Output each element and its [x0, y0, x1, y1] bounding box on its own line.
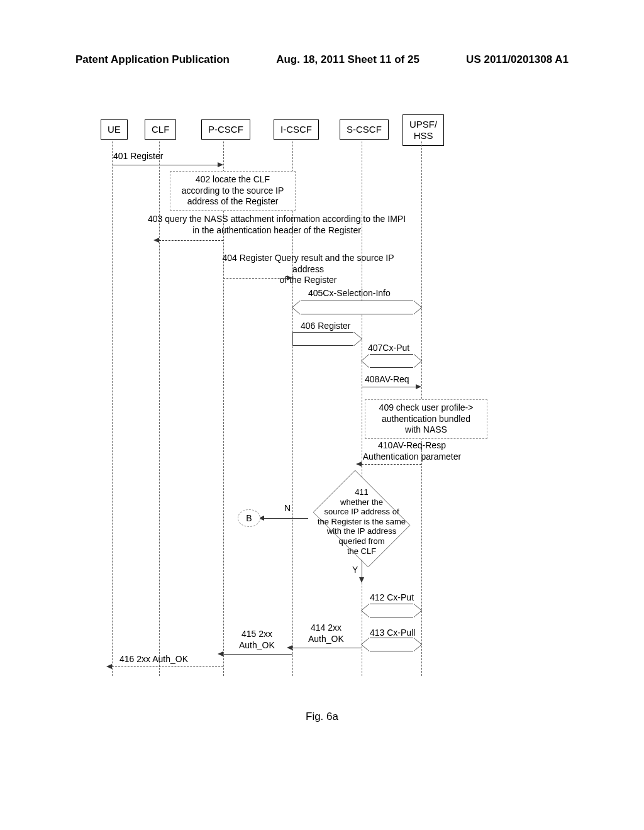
- header-center: Aug. 18, 2011 Sheet 11 of 25: [276, 53, 419, 66]
- msg-403: 403 query the NASS attachment informatio…: [126, 214, 428, 236]
- arrow-415: [223, 654, 292, 655]
- note-409: 409 check user profile-> authentication …: [365, 399, 487, 439]
- arrow-408: [362, 387, 416, 387]
- arrow-416: [112, 667, 223, 667]
- arrow-head-415: [218, 651, 223, 656]
- actor-upsf: UPSF/ HSS: [402, 114, 444, 146]
- actor-scscf: S-CSCF: [340, 119, 389, 140]
- msg-412: 412 Cx-Put: [370, 592, 414, 604]
- marker-y: Y: [352, 565, 358, 575]
- msg-413: 413 Cx-Pull: [370, 628, 415, 639]
- msg-407: 407Cx-Put: [368, 343, 409, 354]
- msg-414: 414 2xx Auth_OK: [308, 622, 344, 645]
- arrow-head-404: [287, 275, 292, 280]
- arrow-401: [112, 165, 218, 165]
- marker-n: N: [284, 503, 291, 513]
- hex-405: [292, 301, 421, 314]
- terminal-b: B: [238, 509, 260, 527]
- arrow-404: [223, 278, 292, 279]
- vline-y: [362, 560, 362, 578]
- actor-upsf-label: UPSF/ HSS: [409, 119, 437, 141]
- page-header: Patent Application Publication Aug. 18, …: [75, 53, 569, 66]
- arrow-head-y: [359, 577, 364, 583]
- header-left: Patent Application Publication: [75, 53, 230, 66]
- sequence-diagram: UE CLF P-CSCF I-CSCF S-CSCF UPSF/ HSS 40…: [101, 119, 553, 685]
- msg-416: 416 2xx Auth_OK: [119, 654, 188, 665]
- arrow-414: [292, 648, 362, 648]
- decision-411: 411 whether the source IP address of the…: [308, 478, 415, 560]
- actor-icscf: I-CSCF: [274, 119, 319, 140]
- msg-410: 410AV-Req-Resp Authentication parameter: [355, 440, 469, 462]
- note-402: 402 locate the CLF according to the sour…: [170, 171, 296, 211]
- msg-401: 401 Register: [113, 151, 163, 162]
- arrow-head-401: [218, 162, 223, 167]
- terminal-b-label: B: [246, 513, 252, 523]
- decision-411-text: 411 whether the source IP address of the…: [305, 487, 418, 556]
- msg-404: 404 Register Query result and the source…: [208, 253, 409, 286]
- msg-415: 415 2xx Auth_OK: [239, 629, 275, 651]
- arrow-n: [264, 518, 308, 519]
- msg-406: 406 Register: [301, 321, 350, 332]
- arrow-410: [362, 464, 421, 465]
- hex-406: [292, 332, 362, 346]
- arrow-head-410: [356, 462, 362, 467]
- actor-clf: CLF: [145, 119, 176, 140]
- arrow-head-408: [416, 384, 421, 389]
- actor-pcscf: P-CSCF: [201, 119, 250, 140]
- actor-ue: UE: [101, 119, 128, 140]
- arrow-403: [159, 240, 223, 241]
- arrow-head-403: [153, 238, 159, 243]
- arrow-head-416: [106, 664, 112, 669]
- msg-408: 408AV-Req: [365, 374, 409, 385]
- figure-caption: Fig. 6a: [0, 711, 644, 723]
- hex-413: [362, 638, 421, 651]
- hex-407: [362, 354, 421, 368]
- lifeline-ue: [112, 141, 113, 676]
- hex-412: [362, 604, 421, 617]
- header-right: US 2011/0201308 A1: [466, 53, 569, 66]
- msg-405: 405Cx-Selection-Info: [308, 288, 391, 299]
- arrow-head-414: [287, 645, 292, 650]
